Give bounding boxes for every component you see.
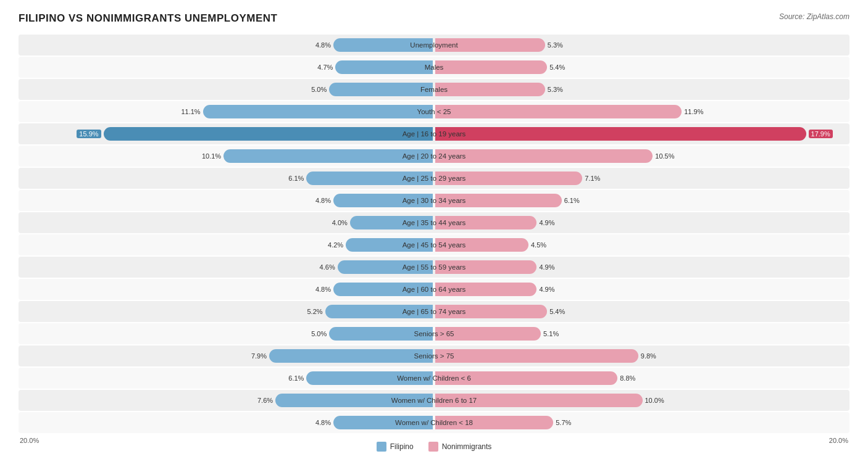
bar-filipino: 7.9%	[269, 349, 433, 363]
bar-filipino: 5.0%	[329, 83, 433, 96]
bar-nonimmigrant: 6.1%	[435, 194, 562, 207]
chart-container: FILIPINO VS NONIMMIGRANTS UNEMPLOYMENT S…	[0, 0, 868, 467]
value-right: 11.9%	[684, 108, 703, 115]
bar-nonimmigrant: 7.1%	[435, 172, 582, 185]
value-right: 4.5%	[531, 241, 546, 249]
chart-row: 7.6%Women w/ Children 6 to 1710.0%	[19, 390, 849, 411]
value-right: 5.3%	[548, 86, 563, 93]
value-left: 5.2%	[307, 308, 322, 315]
bar-filipino: 4.0%	[350, 216, 433, 229]
chart-row: 6.1%Women w/ Children < 68.8%	[19, 368, 849, 389]
x-axis-left: 20.0%	[20, 437, 39, 452]
value-right: 7.1%	[585, 175, 600, 182]
bar-nonimmigrant: 5.3%	[435, 83, 545, 96]
value-right: 5.7%	[556, 419, 571, 426]
bar-filipino: 10.1%	[223, 149, 433, 163]
bar-nonimmigrant: 4.9%	[435, 283, 536, 296]
value-right: 4.9%	[539, 286, 554, 293]
legend-item-nonimmigrants: Nonimmigrants	[428, 442, 492, 452]
value-right: 9.8%	[641, 352, 656, 360]
value-right: 5.4%	[549, 308, 565, 315]
value-left: 10.1%	[202, 152, 221, 160]
value-right: 4.9%	[539, 263, 554, 271]
value-left: 4.7%	[317, 64, 333, 71]
value-right: 5.4%	[549, 64, 565, 71]
bar-nonimmigrant: 4.9%	[435, 216, 536, 229]
bar-nonimmigrant: 9.8%	[435, 349, 638, 363]
value-left: 6.1%	[288, 175, 304, 182]
chart-row: 15.9%Age | 16 to 19 years17.9%	[19, 123, 849, 144]
bar-filipino: 11.1%	[203, 105, 433, 118]
bar-filipino: 4.8%	[333, 38, 433, 52]
value-right: 6.1%	[564, 197, 580, 204]
bar-nonimmigrant: 17.9%	[435, 127, 806, 141]
bar-filipino: 4.8%	[333, 416, 433, 429]
value-left: 4.8%	[315, 197, 331, 204]
legend-color-nonimmigrants	[428, 442, 438, 452]
chart-title: FILIPINO VS NONIMMIGRANTS UNEMPLOYMENT	[19, 12, 277, 25]
bar-nonimmigrant: 5.1%	[435, 327, 541, 341]
bar-filipino: 5.2%	[325, 305, 433, 318]
bar-filipino: 4.8%	[333, 283, 433, 296]
value-right: 17.9%	[809, 130, 833, 138]
legend-item-filipino: Filipino	[377, 442, 414, 452]
chart-source: Source: ZipAtlas.com	[779, 12, 849, 21]
value-left: 4.8%	[315, 419, 331, 426]
bar-filipino: 7.6%	[275, 394, 433, 407]
chart-header: FILIPINO VS NONIMMIGRANTS UNEMPLOYMENT S…	[19, 12, 849, 25]
value-left: 15.9%	[77, 130, 101, 138]
value-right: 10.0%	[645, 397, 664, 404]
value-left: 5.0%	[311, 86, 327, 93]
bar-nonimmigrant: 5.7%	[435, 416, 553, 429]
chart-row: 7.9%Seniors > 759.8%	[19, 345, 849, 366]
chart-row: 4.7%Males5.4%	[19, 57, 849, 78]
value-left: 4.6%	[320, 263, 335, 271]
bar-filipino: 4.8%	[333, 194, 433, 207]
chart-row: 6.1%Age | 25 to 29 years7.1%	[19, 168, 849, 189]
bar-nonimmigrant: 10.5%	[435, 149, 653, 163]
value-left: 4.2%	[328, 241, 343, 249]
chart-row: 4.6%Age | 55 to 59 years4.9%	[19, 257, 849, 278]
legend-label-filipino: Filipino	[390, 442, 414, 451]
bar-filipino: 6.1%	[306, 172, 433, 185]
chart-row: 4.8%Age | 60 to 64 years4.9%	[19, 279, 849, 300]
chart-row: 10.1%Age | 20 to 24 years10.5%	[19, 146, 849, 167]
chart-row: 5.0%Females5.3%	[19, 79, 849, 100]
bar-nonimmigrant: 10.0%	[435, 394, 643, 407]
bar-filipino: 4.2%	[346, 238, 433, 252]
bar-nonimmigrant: 5.3%	[435, 38, 545, 52]
x-axis-right: 20.0%	[829, 437, 848, 452]
bar-filipino: 5.0%	[329, 327, 433, 341]
rows-area: 4.8%Unemployment5.3%4.7%Males5.4%5.0%Fem…	[19, 35, 849, 433]
chart-row: 4.8%Age | 30 to 34 years6.1%	[19, 190, 849, 211]
value-right: 10.5%	[655, 152, 674, 160]
legend-label-nonimmigrants: Nonimmigrants	[442, 442, 492, 451]
value-left: 4.8%	[315, 41, 331, 49]
value-right: 8.8%	[620, 374, 635, 382]
value-left: 7.6%	[257, 397, 273, 404]
chart-row: 4.8%Women w/ Children < 185.7%	[19, 412, 849, 433]
value-right: 5.1%	[543, 330, 559, 337]
bar-filipino: 6.1%	[306, 371, 433, 385]
value-left: 4.8%	[315, 286, 331, 293]
bar-filipino: 15.9%	[104, 127, 433, 141]
value-left: 11.1%	[181, 108, 200, 115]
bar-nonimmigrant: 5.4%	[435, 60, 547, 74]
legend: Filipino Nonimmigrants	[377, 442, 492, 452]
chart-row: 5.2%Age | 65 to 74 years5.4%	[19, 301, 849, 322]
legend-color-filipino	[377, 442, 386, 452]
bar-nonimmigrant: 5.4%	[435, 305, 547, 318]
bar-nonimmigrant: 8.8%	[435, 371, 617, 385]
value-right: 5.3%	[548, 41, 563, 49]
bar-nonimmigrant: 4.5%	[435, 238, 528, 252]
bar-filipino: 4.7%	[335, 60, 433, 74]
value-left: 6.1%	[288, 374, 304, 382]
chart-row: 4.2%Age | 45 to 54 years4.5%	[19, 234, 849, 255]
chart-row: 4.8%Unemployment5.3%	[19, 35, 849, 56]
chart-row: 11.1%Youth < 2511.9%	[19, 101, 849, 122]
bar-nonimmigrant: 11.9%	[435, 105, 682, 118]
chart-row: 4.0%Age | 35 to 44 years4.9%	[19, 212, 849, 233]
value-left: 5.0%	[311, 330, 327, 337]
value-right: 4.9%	[539, 219, 554, 226]
value-left: 4.0%	[332, 219, 348, 226]
